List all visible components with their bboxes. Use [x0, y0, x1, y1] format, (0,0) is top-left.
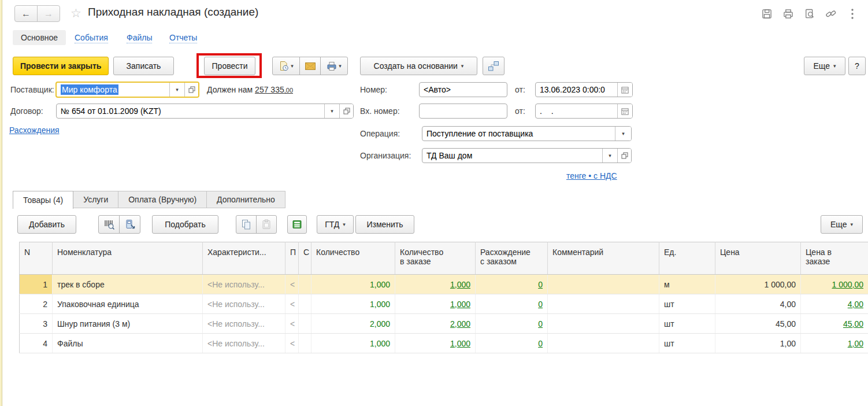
- contract-dropdown-button[interactable]: ▾: [324, 104, 339, 118]
- debt-amount-link[interactable]: 257 335,00: [255, 85, 293, 94]
- cell-p[interactable]: <: [285, 334, 299, 353]
- column-header-price[interactable]: Цена: [715, 242, 801, 275]
- column-header-name[interactable]: Номенклатура: [53, 242, 203, 275]
- contract-open-button[interactable]: [339, 104, 353, 118]
- cell-n[interactable]: 3: [20, 314, 53, 334]
- tab-events[interactable]: События: [75, 33, 108, 43]
- save-icon[interactable]: [761, 8, 773, 20]
- column-header-s[interactable]: С: [299, 242, 311, 275]
- supplier-dropdown-button[interactable]: ▾: [169, 83, 184, 97]
- column-header-comment[interactable]: Комментарий: [548, 242, 659, 275]
- more-menu-icon[interactable]: [846, 8, 859, 20]
- cell-qty_in_order[interactable]: 2,000: [395, 314, 476, 334]
- tab-reports[interactable]: Отчеты: [169, 33, 197, 43]
- cell-comment[interactable]: [548, 294, 659, 314]
- column-header-discrepancy[interactable]: Расхождение с заказом: [476, 242, 548, 275]
- cell-qty[interactable]: 1,000: [311, 275, 395, 294]
- cell-characteristic[interactable]: <Не использу...: [203, 275, 285, 294]
- table-row[interactable]: 1трек в сборе<Не использу...<1,0001,0000…: [20, 275, 868, 294]
- incoming-date-calendar-button[interactable]: [617, 104, 632, 118]
- cell-characteristic[interactable]: <Не использу...: [203, 314, 285, 334]
- operation-dropdown-button[interactable]: ▾: [615, 127, 631, 141]
- date-calendar-button[interactable]: [617, 83, 632, 97]
- cell-price[interactable]: 1,00: [715, 334, 801, 353]
- cell-discrepancy[interactable]: 0: [476, 334, 548, 353]
- column-header-p[interactable]: П: [285, 242, 299, 275]
- cell-n[interactable]: 2: [20, 294, 53, 314]
- add-row-button[interactable]: Добавить: [17, 215, 76, 234]
- help-button[interactable]: ?: [848, 57, 866, 75]
- cell-price_in_order[interactable]: 45,00: [801, 314, 868, 334]
- discrepancies-link[interactable]: Расхождения: [9, 126, 60, 135]
- contract-field[interactable]: № 654 от 01.01.2009 (KZT) ▾: [56, 104, 354, 119]
- send-email-button[interactable]: [299, 57, 321, 75]
- cell-s[interactable]: [299, 275, 311, 294]
- organization-open-button[interactable]: [617, 149, 631, 163]
- table-row[interactable]: 2Упаковочная единица<Не использу...<1,00…: [20, 294, 868, 314]
- cell-s[interactable]: [299, 314, 311, 334]
- cell-price[interactable]: 1 000,00: [715, 275, 801, 294]
- cell-n[interactable]: 4: [20, 334, 53, 353]
- column-header-n[interactable]: N: [20, 242, 53, 275]
- cell-discrepancy[interactable]: 0: [476, 314, 548, 334]
- cell-name[interactable]: Упаковочная единица: [53, 294, 203, 314]
- cell-comment[interactable]: [548, 275, 659, 294]
- write-button[interactable]: Записать: [113, 57, 174, 75]
- cell-comment[interactable]: [548, 314, 659, 334]
- more-button-table[interactable]: Еще ▾: [821, 215, 863, 234]
- tab-files[interactable]: Файлы: [127, 33, 152, 43]
- date-field[interactable]: 13.06.2023 0:00:0: [535, 82, 633, 97]
- cell-name[interactable]: трек в сборе: [53, 275, 203, 294]
- organization-dropdown-button[interactable]: ▾: [602, 149, 617, 163]
- incoming-number-field[interactable]: [419, 104, 507, 119]
- cell-qty_in_order[interactable]: 1,000: [395, 275, 476, 294]
- column-header-qty[interactable]: Количество: [311, 242, 395, 275]
- cell-name[interactable]: Шнур питания (3 м): [53, 314, 203, 334]
- column-header-characteristic[interactable]: Характеристи...: [203, 242, 285, 275]
- post-button[interactable]: Провести: [204, 57, 255, 75]
- tab-goods[interactable]: Товары (4): [13, 191, 73, 209]
- cell-price_in_order[interactable]: 1,00: [801, 334, 868, 353]
- forward-button[interactable]: →: [37, 5, 60, 22]
- table-row[interactable]: 3Шнур питания (3 м)<Не использу...<2,000…: [20, 314, 868, 334]
- tab-payment[interactable]: Оплата (Вручную): [118, 191, 207, 208]
- cell-price_in_order[interactable]: 4,00: [801, 294, 868, 314]
- table-row[interactable]: 4Файлы<Не использу...<1,0001,0000шт1,001…: [20, 334, 868, 353]
- favorite-star-icon[interactable]: ☆: [71, 6, 81, 20]
- cell-discrepancy[interactable]: 0: [476, 275, 548, 294]
- preview-icon[interactable]: [803, 8, 816, 20]
- cell-n[interactable]: 1: [20, 275, 53, 294]
- copy-rows-button[interactable]: [236, 215, 257, 234]
- cell-s[interactable]: [299, 294, 311, 314]
- cell-qty_in_order[interactable]: 1,000: [395, 334, 476, 353]
- cell-p[interactable]: <: [285, 275, 299, 294]
- operation-field[interactable]: Поступление от поставщика ▾: [422, 126, 632, 141]
- cell-unit[interactable]: шт: [659, 334, 715, 353]
- edit-row-button[interactable]: Изменить: [355, 215, 414, 234]
- tab-main[interactable]: Основное: [13, 30, 66, 45]
- column-header-price_in_order[interactable]: Цена в заказе: [801, 242, 868, 275]
- cell-qty[interactable]: 2,000: [311, 314, 395, 334]
- cell-qty_in_order[interactable]: 1,000: [395, 294, 476, 314]
- cell-qty[interactable]: 1,000: [311, 334, 395, 353]
- cell-qty[interactable]: 1,000: [311, 294, 395, 314]
- back-button[interactable]: ←: [14, 5, 38, 22]
- cell-characteristic[interactable]: <Не использу...: [203, 334, 285, 353]
- column-header-qty_in_order[interactable]: Количество в заказе: [395, 242, 476, 275]
- print-document-button[interactable]: ▾: [320, 57, 348, 75]
- currency-vat-link[interactable]: тенге • с НДС: [566, 171, 617, 180]
- barcode-scan-button[interactable]: [98, 215, 120, 234]
- data-terminal-button[interactable]: [119, 215, 140, 234]
- related-documents-button[interactable]: [483, 57, 505, 75]
- incoming-date-field[interactable]: . .: [535, 104, 633, 119]
- create-based-on-button[interactable]: Создать на основании ▾: [360, 57, 477, 75]
- cell-comment[interactable]: [548, 334, 659, 353]
- cell-discrepancy[interactable]: 0: [476, 294, 548, 314]
- cell-unit[interactable]: шт: [659, 294, 715, 314]
- number-field[interactable]: <Авто>: [419, 82, 507, 97]
- supplier-open-button[interactable]: [184, 83, 198, 97]
- link-icon[interactable]: [825, 8, 837, 20]
- cell-price_in_order[interactable]: 1 000,00: [801, 275, 868, 294]
- cell-characteristic[interactable]: <Не использу...: [203, 294, 285, 314]
- tab-additional[interactable]: Дополнительно: [206, 191, 285, 208]
